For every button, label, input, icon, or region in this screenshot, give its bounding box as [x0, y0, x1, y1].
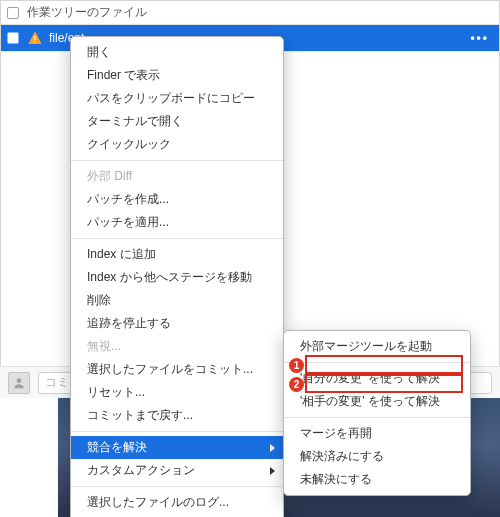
- menu-external-diff: 外部 Diff: [71, 165, 283, 188]
- svg-rect-0: [34, 36, 35, 40]
- menu-revert-commit[interactable]: コミットまで戻す...: [71, 404, 283, 427]
- separator: [284, 417, 470, 418]
- menu-create-patch[interactable]: パッチを作成...: [71, 188, 283, 211]
- menu-quicklook[interactable]: クイックルック: [71, 133, 283, 156]
- select-all-checkbox[interactable]: [7, 7, 19, 19]
- context-menu[interactable]: 開く Finder で表示 パスをクリップボードにコピー ターミナルで開く クイ…: [70, 36, 284, 517]
- annotation-callout-1: 1: [289, 358, 304, 373]
- separator: [71, 431, 283, 432]
- svg-rect-1: [34, 41, 35, 42]
- file-checkbox[interactable]: [7, 32, 19, 44]
- separator: [71, 160, 283, 161]
- menu-open-terminal[interactable]: ターミナルで開く: [71, 110, 283, 133]
- avatar: [8, 372, 30, 394]
- menu-resolve-conflicts[interactable]: 競合を解決: [71, 436, 283, 459]
- submenu-mark-resolved[interactable]: 解決済みにする: [284, 445, 470, 468]
- menu-apply-patch[interactable]: パッチを適用...: [71, 211, 283, 234]
- menu-reveal-finder[interactable]: Finder で表示: [71, 64, 283, 87]
- svg-point-2: [17, 378, 22, 383]
- menu-unstage[interactable]: Index から他へステージを移動: [71, 266, 283, 289]
- annotation-box-1: [305, 355, 463, 374]
- menu-remove[interactable]: 削除: [71, 289, 283, 312]
- panel-header: 作業ツリーのファイル: [1, 1, 499, 25]
- annotation-box-2: [305, 374, 463, 393]
- more-icon[interactable]: •••: [470, 31, 493, 45]
- separator: [71, 238, 283, 239]
- submenu-restart-merge[interactable]: マージを再開: [284, 422, 470, 445]
- menu-copy-path[interactable]: パスをクリップボードにコピー: [71, 87, 283, 110]
- menu-ignore: 無視...: [71, 335, 283, 358]
- conflict-icon: [27, 30, 43, 46]
- menu-reset[interactable]: リセット...: [71, 381, 283, 404]
- panel-title: 作業ツリーのファイル: [27, 4, 147, 21]
- separator: [71, 486, 283, 487]
- annotation-callout-2: 2: [289, 377, 304, 392]
- submenu-mark-unresolved[interactable]: 未解決にする: [284, 468, 470, 491]
- menu-commit-selected[interactable]: 選択したファイルをコミット...: [71, 358, 283, 381]
- menu-add-index[interactable]: Index に追加: [71, 243, 283, 266]
- menu-open[interactable]: 開く: [71, 41, 283, 64]
- menu-stop-tracking[interactable]: 追跡を停止する: [71, 312, 283, 335]
- submenu-resolve-theirs[interactable]: '相手の変更' を使って解決: [284, 390, 470, 413]
- menu-log-selected[interactable]: 選択したファイルのログ...: [71, 491, 283, 514]
- menu-custom-actions[interactable]: カスタムアクション: [71, 459, 283, 482]
